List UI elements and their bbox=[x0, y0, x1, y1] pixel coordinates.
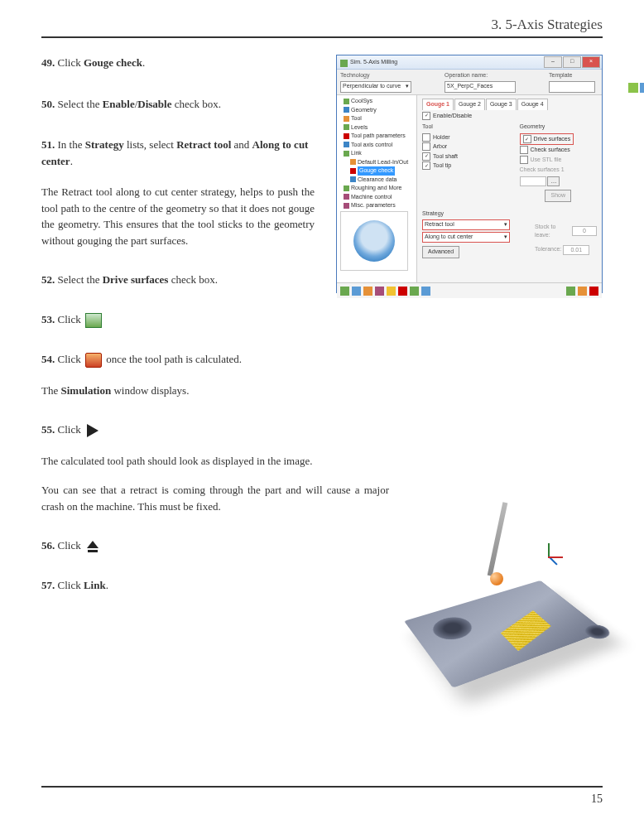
max-button[interactable]: □ bbox=[563, 56, 581, 68]
part-block bbox=[404, 581, 605, 688]
step-57: 57. Click Link. bbox=[41, 577, 389, 594]
step-54: 54. Click once the tool path is calculat… bbox=[41, 351, 603, 368]
dialog-footer bbox=[337, 282, 602, 298]
tree-item[interactable]: Default Lead-In/Out bbox=[339, 158, 415, 167]
check-surf1-label: Check surfaces 1 bbox=[520, 166, 598, 175]
min-button[interactable]: – bbox=[544, 56, 562, 68]
tree-item[interactable]: Machine control bbox=[339, 193, 415, 202]
op-label: Operation name: bbox=[445, 71, 516, 80]
strategy-label: Strategy bbox=[422, 210, 510, 219]
tree-item[interactable]: Link bbox=[339, 149, 415, 158]
check-surf-chk[interactable] bbox=[520, 146, 528, 154]
ft-icon[interactable] bbox=[398, 287, 407, 296]
tab-gouge4[interactable]: Gouge 4 bbox=[517, 99, 548, 110]
para-sim: The Simulation window displays. bbox=[41, 383, 603, 399]
part-render bbox=[404, 527, 619, 709]
op-field[interactable]: 5X_PerpC_Faces bbox=[445, 81, 516, 93]
step-51: 51. In the Strategy lists, select Retrac… bbox=[41, 137, 315, 169]
tab-gouge3[interactable]: Gouge 3 bbox=[486, 99, 517, 110]
step-50: 50. Select the Enable/Disable check box. bbox=[41, 96, 315, 113]
close-button[interactable]: × bbox=[582, 56, 600, 68]
para-calc-path: The calculated tool path should look as … bbox=[41, 453, 389, 470]
axis-indicator bbox=[536, 543, 561, 568]
tb-icon-1[interactable] bbox=[628, 83, 638, 93]
tab-gouge1[interactable]: Gouge 1 bbox=[422, 99, 454, 110]
tmpl-field[interactable] bbox=[549, 81, 595, 93]
ft-icon[interactable] bbox=[589, 287, 598, 296]
ft-icon[interactable] bbox=[421, 287, 430, 296]
step-55: 55. Click bbox=[41, 422, 603, 438]
tree-item[interactable]: Tool bbox=[339, 114, 415, 123]
tree-item[interactable]: Clearance data bbox=[339, 176, 415, 185]
window-buttons: – □ × bbox=[544, 56, 600, 68]
tree-item[interactable]: Levels bbox=[339, 123, 415, 132]
strategy-select-2[interactable]: Along to cut center▾ bbox=[422, 232, 510, 243]
step-53: 53. Click bbox=[41, 311, 603, 328]
tab-gouge2[interactable]: Gouge 2 bbox=[454, 99, 485, 110]
toolbar-icons bbox=[628, 71, 644, 93]
tree-item[interactable]: Tool axis control bbox=[339, 141, 415, 150]
tree-item[interactable]: Tool path parameters bbox=[339, 132, 415, 141]
toolpath-surface bbox=[501, 610, 551, 651]
browse-btn[interactable]: … bbox=[547, 176, 560, 187]
dialog-toolbar: Technology Perpendicular to curve▾ Opera… bbox=[337, 70, 602, 95]
tmpl-label: Template bbox=[549, 71, 595, 80]
toolshaft-chk[interactable] bbox=[422, 152, 430, 161]
dialog-title: Sim. 5-Axis Milling bbox=[339, 58, 397, 67]
holder-chk[interactable] bbox=[422, 133, 430, 142]
document-page: 3. 5-Axis Strategies Sim. 5-Axis Milling… bbox=[0, 0, 644, 819]
tree-item[interactable]: Roughing and More bbox=[339, 184, 415, 193]
hole-side bbox=[581, 623, 614, 642]
show-btn[interactable]: Show bbox=[545, 190, 571, 202]
form-pane: Gouge 1 Gouge 2 Gouge 3 Gouge 4 Enable/D… bbox=[417, 95, 602, 282]
footer-rule bbox=[41, 786, 603, 788]
tool-ball bbox=[490, 572, 503, 585]
ft-icon[interactable] bbox=[578, 287, 587, 296]
hole-top bbox=[427, 614, 478, 644]
dialog-titlebar: Sim. 5-Axis Milling – □ × bbox=[337, 55, 602, 70]
ft-icon[interactable] bbox=[387, 287, 396, 296]
tech-select[interactable]: Perpendicular to curve▾ bbox=[340, 81, 411, 93]
tree-item[interactable]: CoolSys bbox=[339, 97, 415, 106]
dialog-body: CoolSys Geometry Tool Levels Tool path p… bbox=[337, 95, 602, 282]
use-stl-chk[interactable] bbox=[520, 156, 528, 164]
ft-icon[interactable] bbox=[352, 287, 361, 296]
step-56: 56. Click bbox=[41, 537, 389, 554]
geom-group-label: Geometry bbox=[520, 123, 598, 132]
check-surf1-field[interactable] bbox=[520, 176, 546, 186]
enable-label: Enable/Disable bbox=[433, 112, 472, 121]
tol-field[interactable]: 0.01 bbox=[563, 245, 589, 255]
stock-field[interactable]: 0 bbox=[572, 226, 597, 236]
tree-item[interactable]: Misc. parameters bbox=[339, 201, 415, 210]
ft-icon[interactable] bbox=[566, 287, 575, 296]
tree-pane: CoolSys Geometry Tool Levels Tool path p… bbox=[337, 95, 417, 282]
strategy-select-1[interactable]: Retract tool▾ bbox=[422, 219, 510, 230]
page-content: Sim. 5-Axis Milling – □ × Technology Per… bbox=[41, 55, 603, 593]
enable-checkbox[interactable] bbox=[422, 112, 430, 120]
eject-icon bbox=[87, 541, 99, 552]
simulate-icon bbox=[85, 353, 102, 368]
drive-surf-chk[interactable] bbox=[523, 135, 531, 143]
drive-surf-box: Drive surfaces bbox=[520, 133, 574, 146]
tech-label: Technology bbox=[340, 71, 411, 80]
advanced-btn[interactable]: Advanced bbox=[422, 246, 459, 258]
ft-icon[interactable] bbox=[340, 287, 349, 296]
para-retract: The Retract tool along to cut center str… bbox=[41, 184, 315, 248]
tree-item-selected[interactable]: Gouge check bbox=[339, 166, 415, 176]
ft-icon[interactable] bbox=[363, 287, 372, 296]
tool-group-label: Tool bbox=[422, 123, 500, 132]
arbor-chk[interactable] bbox=[422, 142, 430, 151]
tree-item[interactable]: Geometry bbox=[339, 106, 415, 115]
step-49: 49. Click Gouge check. bbox=[41, 55, 315, 71]
tb-icon-2[interactable] bbox=[640, 83, 644, 93]
gouge-tabs: Gouge 1 Gouge 2 Gouge 3 Gouge 4 bbox=[422, 99, 597, 110]
ft-icon[interactable] bbox=[410, 287, 419, 296]
ft-icon[interactable] bbox=[375, 287, 384, 296]
preview-3d bbox=[340, 211, 408, 271]
page-header: 3. 5-Axis Strategies bbox=[41, 17, 603, 38]
page-number: 15 bbox=[591, 793, 603, 806]
dialog-screenshot: Sim. 5-Axis Milling – □ × Technology Per… bbox=[336, 55, 603, 293]
calculate-icon bbox=[85, 313, 102, 328]
tooltip-chk[interactable] bbox=[422, 161, 430, 170]
play-icon bbox=[87, 424, 99, 437]
